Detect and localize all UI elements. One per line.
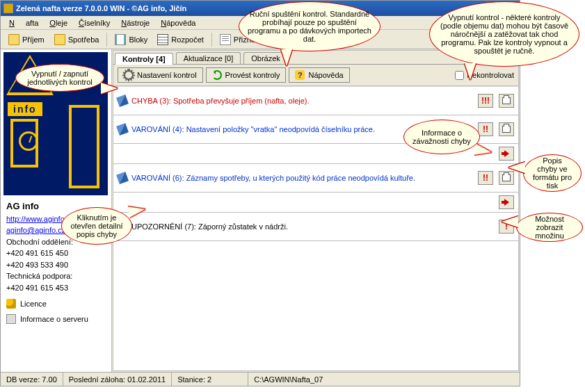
callout-run: Ruční spuštění kontrol. Standardně probí… bbox=[239, 1, 380, 51]
pin-icon[interactable] bbox=[116, 172, 129, 184]
tb-bloky[interactable]: Bloky bbox=[110, 32, 152, 47]
arrow-icon bbox=[504, 199, 509, 206]
menu-ciselniky[interactable]: Číselníky bbox=[73, 18, 115, 28]
row-text[interactable]: UPOZORNĚNÍ (7): Záporný zůstatek v nádrž… bbox=[131, 222, 493, 231]
help-icon: ? bbox=[295, 70, 305, 80]
callout-severity: Informace o závažnosti chyby bbox=[403, 120, 480, 154]
key-icon bbox=[6, 299, 16, 309]
toolbar-separator bbox=[106, 33, 107, 47]
menu-oleje[interactable]: Oleje bbox=[44, 18, 73, 28]
arrow-icon bbox=[504, 150, 509, 157]
menu-nastroje[interactable]: Nástroje bbox=[115, 18, 155, 28]
list-row: CHYBA (3): Spotřeba převyšuje příjem (na… bbox=[113, 87, 518, 115]
window-title: Zelená nafta verze 7.0.0.0 WIN - ©AG inf… bbox=[16, 4, 186, 13]
detail-button[interactable] bbox=[499, 195, 514, 209]
printer-icon bbox=[502, 126, 511, 133]
print-button[interactable] bbox=[499, 94, 514, 108]
btn-run[interactable]: Provést kontroly bbox=[206, 67, 287, 83]
status-db: DB verze: 7.00 bbox=[1, 373, 63, 386]
app-window: Zelená nafta verze 7.0.0.0 WIN - ©AG inf… bbox=[0, 0, 520, 386]
pin-icon[interactable] bbox=[116, 123, 129, 136]
severity-button[interactable]: !! bbox=[478, 171, 493, 185]
callout-print: Popis chyby ve formátu pro tisk bbox=[523, 154, 582, 192]
logo-text: info bbox=[8, 102, 42, 116]
refresh-icon bbox=[212, 70, 222, 80]
callout-set: Možnost zobrazit množinu bbox=[516, 213, 583, 242]
server-icon bbox=[6, 314, 16, 324]
support-phone-1: +420 491 615 453 bbox=[6, 282, 106, 294]
list-row: VAROVÁNÍ (6): Záznamy spotřeby, u kterýc… bbox=[113, 164, 518, 193]
app-icon bbox=[3, 3, 13, 13]
row-text[interactable]: CHYBA (3): Spotřeba převyšuje příjem (na… bbox=[131, 97, 472, 105]
btn-settings[interactable]: Nastavení kontrol bbox=[118, 67, 203, 83]
toolbar-separator bbox=[211, 33, 212, 47]
status-path: C:\AGWIN\Nafta_07 bbox=[248, 373, 520, 386]
folder-icon bbox=[8, 34, 19, 45]
status-station: Stanice: 2 bbox=[172, 373, 248, 386]
grid-icon bbox=[157, 34, 168, 45]
sales-phone-2: +420 493 533 490 bbox=[6, 259, 106, 271]
tab-kontroly[interactable]: Kontroly [4] bbox=[115, 53, 173, 65]
menu-napoveda[interactable]: Nápověda bbox=[155, 18, 201, 28]
tb-prijem[interactable]: Příjem bbox=[3, 32, 49, 47]
list-row: UPOZORNĚNÍ (7): Záporný zůstatek v nádrž… bbox=[113, 213, 518, 241]
menu-nafta[interactable]: Nafta bbox=[3, 18, 44, 28]
list-subrow bbox=[113, 193, 518, 213]
print-button[interactable] bbox=[499, 171, 514, 185]
tb-spotreba[interactable]: Spotřeba bbox=[49, 32, 104, 47]
sheet-icon bbox=[115, 34, 126, 45]
nocheck-checkbox[interactable] bbox=[455, 71, 464, 80]
company-name: AG info bbox=[6, 201, 39, 211]
status-backup: Poslední záloha: 01.02.2011 bbox=[63, 373, 172, 386]
sales-phone-1: +420 491 615 450 bbox=[6, 247, 106, 259]
detail-button[interactable] bbox=[499, 147, 514, 161]
sidebar-licence[interactable]: Licence bbox=[1, 297, 111, 310]
tb-rozpocet[interactable]: Rozpočet bbox=[152, 32, 208, 47]
gear-icon bbox=[124, 70, 134, 80]
callout-detail: Kliknutím je otevřen detailní popis chyb… bbox=[61, 207, 132, 245]
tab-aktualizace[interactable]: Aktualizace [0] bbox=[176, 52, 241, 64]
control-toolbar: Nastavení kontrol Provést kontroly ?Nápo… bbox=[113, 65, 518, 86]
doc-icon bbox=[220, 34, 231, 45]
callout-nocheck: Vypnutí kontrol - některé kontroly (podl… bbox=[429, 1, 579, 67]
row-text[interactable]: VAROVÁNÍ (6): Záznamy spotřeby, u kterýc… bbox=[131, 174, 472, 182]
pin-icon[interactable] bbox=[116, 95, 129, 107]
severity-button[interactable]: !! bbox=[478, 122, 493, 136]
callout-toggle: Vypnutí / zapnutí jednotlivých kontrol bbox=[15, 64, 104, 92]
status-bar: DB verze: 7.00 Poslední záloha: 01.02.20… bbox=[1, 372, 520, 386]
folder-icon bbox=[54, 34, 65, 45]
sidebar-server-info[interactable]: Informace o serveru bbox=[1, 313, 111, 325]
severity-button[interactable]: !!! bbox=[478, 94, 493, 108]
printer-icon bbox=[502, 97, 511, 104]
printer-icon bbox=[502, 174, 511, 181]
chk-nocheck[interactable]: Nekontrolovat bbox=[455, 71, 514, 80]
main-panel: Kontroly [4] Aktualizace [0] Obrázek Nas… bbox=[113, 50, 519, 371]
print-button[interactable] bbox=[499, 122, 514, 136]
btn-help[interactable]: ?Nápověda bbox=[289, 67, 349, 83]
support-label: Technická podpora: bbox=[6, 270, 106, 282]
